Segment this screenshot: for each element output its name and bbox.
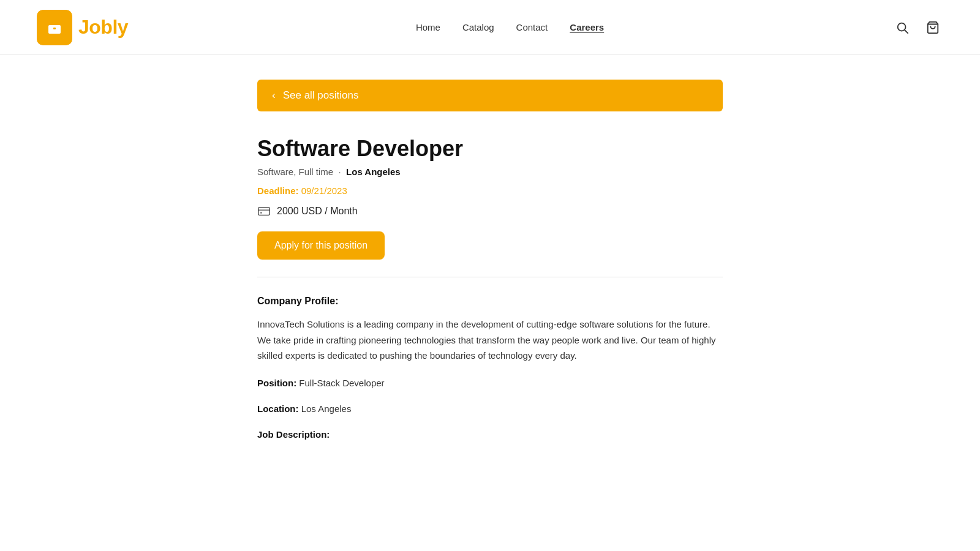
company-profile-heading: Company Profile:	[257, 296, 723, 307]
location-label: Location:	[257, 403, 299, 414]
deadline-label: Deadline:	[257, 186, 299, 196]
company-profile-text: InnovaTech Solutions is a leading compan…	[257, 317, 723, 364]
cart-icon	[926, 21, 940, 34]
search-icon	[895, 21, 909, 34]
position-row: Position: Full-Stack Developer	[257, 376, 723, 391]
back-banner[interactable]: ‹ See all positions	[257, 80, 723, 111]
apply-button[interactable]: Apply for this position	[257, 231, 385, 260]
position-value: Full-Stack Developer	[299, 378, 384, 388]
salary-icon	[257, 204, 271, 218]
job-meta: Software, Full time · Los Angeles	[257, 167, 723, 177]
search-button[interactable]	[892, 17, 913, 38]
back-banner-label: See all positions	[283, 89, 359, 102]
header-actions	[892, 17, 943, 38]
job-description-label: Job Description:	[257, 429, 330, 440]
nav-home[interactable]: Home	[416, 22, 440, 32]
nav-catalog[interactable]: Catalog	[462, 22, 494, 32]
logo[interactable]: Jobly	[37, 10, 128, 45]
job-location: Los Angeles	[346, 167, 401, 177]
position-label: Position:	[257, 378, 296, 388]
nav-careers[interactable]: Careers	[570, 22, 604, 32]
salary-value: 2000 USD / Month	[277, 206, 358, 217]
job-description-row: Job Description:	[257, 427, 723, 442]
svg-rect-2	[53, 28, 56, 29]
svg-line-4	[905, 30, 908, 33]
logo-text: Jobly	[78, 16, 128, 39]
cart-button[interactable]	[922, 17, 943, 38]
deadline-value: 09/21/2023	[301, 186, 347, 196]
deadline-row: Deadline: 09/21/2023	[257, 186, 723, 196]
svg-rect-6	[258, 208, 270, 216]
nav-contact[interactable]: Contact	[516, 22, 548, 32]
section-divider	[257, 277, 723, 277]
location-row: Location: Los Angeles	[257, 402, 723, 416]
back-chevron-icon: ‹	[272, 89, 276, 102]
job-title: Software Developer	[257, 136, 723, 162]
main-nav: Home Catalog Contact Careers	[416, 22, 604, 32]
job-category: Software, Full time	[257, 167, 333, 177]
salary-row: 2000 USD / Month	[257, 204, 723, 218]
location-value: Los Angeles	[301, 403, 352, 414]
logo-icon	[37, 10, 72, 45]
